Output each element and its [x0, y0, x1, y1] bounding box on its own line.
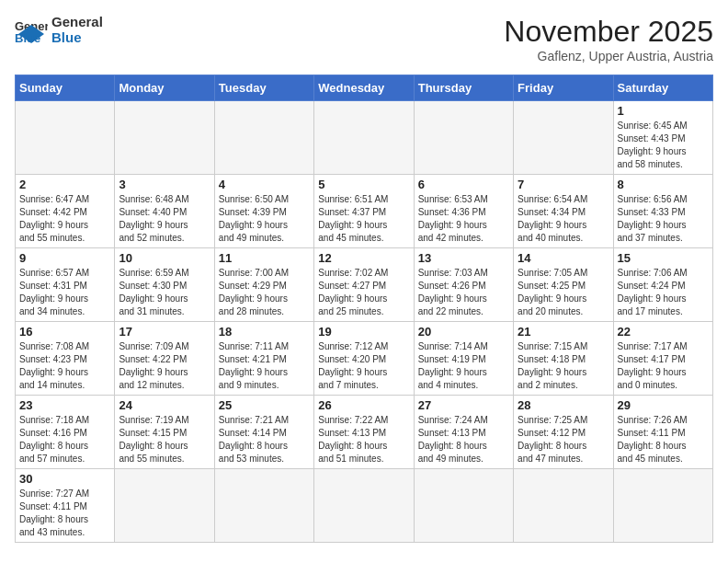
day-info: Sunrise: 6:47 AM Sunset: 4:42 PM Dayligh…: [19, 193, 110, 245]
calendar-cell: 21Sunrise: 7:15 AM Sunset: 4:18 PM Dayli…: [514, 322, 613, 396]
day-info: Sunrise: 7:24 AM Sunset: 4:13 PM Dayligh…: [418, 414, 509, 465]
calendar-cell: 5Sunrise: 6:51 AM Sunset: 4:37 PM Daylig…: [314, 175, 414, 248]
day-number: 25: [219, 398, 310, 412]
day-info: Sunrise: 7:14 AM Sunset: 4:19 PM Dayligh…: [418, 340, 509, 392]
calendar-cell: 4Sunrise: 6:50 AM Sunset: 4:39 PM Daylig…: [214, 175, 313, 248]
day-info: Sunrise: 7:05 AM Sunset: 4:25 PM Dayligh…: [518, 267, 609, 318]
day-info: Sunrise: 7:17 AM Sunset: 4:17 PM Dayligh…: [618, 340, 709, 392]
location-text: Gaflenz, Upper Austria, Austria: [504, 49, 713, 63]
calendar-cell: 26Sunrise: 7:22 AM Sunset: 4:13 PM Dayli…: [314, 396, 414, 469]
calendar-cell: 30Sunrise: 7:27 AM Sunset: 4:11 PM Dayli…: [16, 469, 115, 543]
day-number: 16: [19, 325, 110, 339]
calendar-cell: 13Sunrise: 7:03 AM Sunset: 4:26 PM Dayli…: [414, 248, 513, 322]
day-number: 14: [518, 251, 609, 265]
calendar-cell: 12Sunrise: 7:02 AM Sunset: 4:27 PM Dayli…: [314, 248, 414, 322]
day-info: Sunrise: 6:59 AM Sunset: 4:30 PM Dayligh…: [119, 267, 210, 318]
day-info: Sunrise: 7:02 AM Sunset: 4:27 PM Dayligh…: [318, 267, 409, 318]
calendar-cell: [16, 101, 115, 175]
logo-icon: General Blue: [15, 17, 48, 43]
day-number: 17: [119, 325, 210, 339]
day-info: Sunrise: 7:15 AM Sunset: 4:18 PM Dayligh…: [518, 340, 609, 392]
calendar-cell: 15Sunrise: 7:06 AM Sunset: 4:24 PM Dayli…: [613, 248, 712, 322]
day-info: Sunrise: 7:06 AM Sunset: 4:24 PM Dayligh…: [618, 267, 709, 318]
calendar-cell: [514, 101, 613, 175]
day-number: 24: [119, 398, 210, 412]
svg-text:Blue: Blue: [15, 31, 40, 43]
day-number: 11: [219, 251, 310, 265]
calendar-cell: 22Sunrise: 7:17 AM Sunset: 4:17 PM Dayli…: [613, 322, 712, 396]
calendar-cell: [115, 469, 214, 543]
calendar-week-row: 16Sunrise: 7:08 AM Sunset: 4:23 PM Dayli…: [16, 322, 713, 396]
calendar-cell: 18Sunrise: 7:11 AM Sunset: 4:21 PM Dayli…: [214, 322, 313, 396]
calendar-cell: 1Sunrise: 6:45 AM Sunset: 4:43 PM Daylig…: [613, 101, 712, 175]
day-number: 6: [418, 178, 509, 191]
day-info: Sunrise: 7:00 AM Sunset: 4:29 PM Dayligh…: [219, 267, 310, 318]
day-number: 2: [19, 178, 110, 191]
weekday-header-tuesday: Tuesday: [214, 75, 313, 101]
day-number: 27: [418, 398, 509, 412]
weekday-header-saturday: Saturday: [613, 75, 712, 101]
day-number: 21: [518, 325, 609, 339]
calendar-cell: [314, 101, 414, 175]
day-info: Sunrise: 6:48 AM Sunset: 4:40 PM Dayligh…: [119, 193, 210, 245]
day-number: 18: [219, 325, 310, 339]
calendar-cell: 16Sunrise: 7:08 AM Sunset: 4:23 PM Dayli…: [16, 322, 115, 396]
day-number: 5: [318, 178, 409, 191]
calendar-cell: 11Sunrise: 7:00 AM Sunset: 4:29 PM Dayli…: [214, 248, 313, 322]
calendar-cell: [514, 469, 613, 543]
calendar-cell: 14Sunrise: 7:05 AM Sunset: 4:25 PM Dayli…: [514, 248, 613, 322]
weekday-header-row: SundayMondayTuesdayWednesdayThursdayFrid…: [16, 75, 713, 101]
day-number: 19: [318, 325, 409, 339]
calendar-cell: 24Sunrise: 7:19 AM Sunset: 4:15 PM Dayli…: [115, 396, 214, 469]
day-number: 26: [318, 398, 409, 412]
day-info: Sunrise: 7:25 AM Sunset: 4:12 PM Dayligh…: [518, 414, 609, 465]
logo-blue-text: Blue: [51, 30, 103, 46]
day-number: 8: [618, 178, 709, 191]
weekday-header-monday: Monday: [115, 75, 214, 101]
day-number: 23: [19, 398, 110, 412]
day-info: Sunrise: 7:18 AM Sunset: 4:16 PM Dayligh…: [19, 414, 110, 465]
day-number: 3: [119, 178, 210, 191]
day-number: 29: [618, 398, 709, 412]
calendar-cell: 28Sunrise: 7:25 AM Sunset: 4:12 PM Dayli…: [514, 396, 613, 469]
logo: General Blue General Blue: [15, 15, 103, 45]
page-header: General Blue General Blue November 2025 …: [15, 15, 713, 63]
calendar-cell: [613, 469, 712, 543]
day-number: 30: [19, 472, 110, 486]
day-info: Sunrise: 7:22 AM Sunset: 4:13 PM Dayligh…: [318, 414, 409, 465]
calendar-cell: 3Sunrise: 6:48 AM Sunset: 4:40 PM Daylig…: [115, 175, 214, 248]
day-info: Sunrise: 7:03 AM Sunset: 4:26 PM Dayligh…: [418, 267, 509, 318]
day-number: 9: [19, 251, 110, 265]
calendar-cell: 2Sunrise: 6:47 AM Sunset: 4:42 PM Daylig…: [16, 175, 115, 248]
logo-general-text: General: [51, 15, 103, 30]
day-info: Sunrise: 7:09 AM Sunset: 4:22 PM Dayligh…: [119, 340, 210, 392]
day-info: Sunrise: 7:11 AM Sunset: 4:21 PM Dayligh…: [219, 340, 310, 392]
day-info: Sunrise: 6:45 AM Sunset: 4:43 PM Dayligh…: [618, 120, 709, 171]
weekday-header-friday: Friday: [514, 75, 613, 101]
calendar-cell: 6Sunrise: 6:53 AM Sunset: 4:36 PM Daylig…: [414, 175, 513, 248]
weekday-header-sunday: Sunday: [16, 75, 115, 101]
day-info: Sunrise: 7:12 AM Sunset: 4:20 PM Dayligh…: [318, 340, 409, 392]
calendar-cell: [214, 469, 313, 543]
weekday-header-wednesday: Wednesday: [314, 75, 414, 101]
day-number: 7: [518, 178, 609, 191]
calendar-cell: [414, 469, 513, 543]
calendar-cell: 10Sunrise: 6:59 AM Sunset: 4:30 PM Dayli…: [115, 248, 214, 322]
day-number: 10: [119, 251, 210, 265]
day-number: 20: [418, 325, 509, 339]
day-number: 28: [518, 398, 609, 412]
day-info: Sunrise: 7:21 AM Sunset: 4:14 PM Dayligh…: [219, 414, 310, 465]
calendar-cell: 23Sunrise: 7:18 AM Sunset: 4:16 PM Dayli…: [16, 396, 115, 469]
calendar-week-row: 1Sunrise: 6:45 AM Sunset: 4:43 PM Daylig…: [16, 101, 713, 175]
calendar-cell: 8Sunrise: 6:56 AM Sunset: 4:33 PM Daylig…: [613, 175, 712, 248]
day-info: Sunrise: 6:50 AM Sunset: 4:39 PM Dayligh…: [219, 193, 310, 245]
day-info: Sunrise: 6:56 AM Sunset: 4:33 PM Dayligh…: [618, 193, 709, 245]
day-info: Sunrise: 6:53 AM Sunset: 4:36 PM Dayligh…: [418, 193, 509, 245]
day-info: Sunrise: 7:19 AM Sunset: 4:15 PM Dayligh…: [119, 414, 210, 465]
day-info: Sunrise: 7:27 AM Sunset: 4:11 PM Dayligh…: [19, 488, 110, 539]
calendar-week-row: 2Sunrise: 6:47 AM Sunset: 4:42 PM Daylig…: [16, 175, 713, 248]
day-number: 22: [618, 325, 709, 339]
calendar-cell: 9Sunrise: 6:57 AM Sunset: 4:31 PM Daylig…: [16, 248, 115, 322]
calendar-cell: 17Sunrise: 7:09 AM Sunset: 4:22 PM Dayli…: [115, 322, 214, 396]
calendar-cell: 7Sunrise: 6:54 AM Sunset: 4:34 PM Daylig…: [514, 175, 613, 248]
